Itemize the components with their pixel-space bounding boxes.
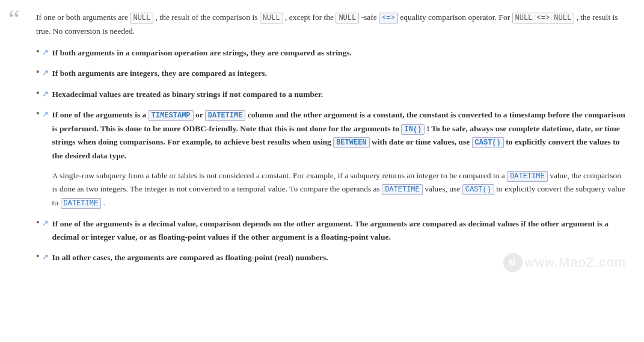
list-item-integers: • ↗ If both arguments are integers, they… xyxy=(36,67,626,80)
list-item-strings-content: If both arguments in a comparison operat… xyxy=(52,46,352,60)
bullet-arrow-4: ↗ xyxy=(42,110,49,119)
datetime-code-3: DATETIME xyxy=(382,184,423,195)
null-code-3: NULL xyxy=(336,13,359,23)
datetime-code-1: DATETIME xyxy=(205,110,246,121)
list-item-decimal-content: If one of the arguments is a decimal val… xyxy=(52,217,626,244)
quote-mark: “ xyxy=(8,6,20,31)
null-spaceship-code: NULL <=> NULL xyxy=(512,13,575,23)
page-container: “ If one or both arguments are NULL , th… xyxy=(0,0,644,283)
datetime-code-4: DATETIME xyxy=(61,198,102,209)
bullet-dot: • xyxy=(36,46,40,57)
list-item-other-content: In all other cases, the arguments are co… xyxy=(52,251,328,264)
in-code: IN() xyxy=(401,124,425,135)
list-item-timestamp: • ↗ If one of the arguments is a TIMESTA… xyxy=(36,108,626,210)
list-item-timestamp-content: If one of the arguments is a TIMESTAMP o… xyxy=(52,108,626,210)
list-item-hexadecimal: • ↗ Hexadecimal values are treated as bi… xyxy=(36,88,626,101)
intro-paragraph: If one or both arguments are NULL , the … xyxy=(36,11,626,38)
bullet-dot-5: • xyxy=(36,217,40,228)
null-code-2: NULL xyxy=(260,13,283,23)
cast-code-1: CAST() xyxy=(472,137,504,148)
main-list: • ↗ If both arguments in a comparison op… xyxy=(36,46,626,265)
null-code-1: NULL xyxy=(130,13,153,23)
list-item-other: • ↗ In all other cases, the arguments ar… xyxy=(36,251,626,264)
bullet-arrow-6: ↗ xyxy=(42,252,49,262)
list-item-decimal: • ↗ If one of the arguments is a decimal… xyxy=(36,217,626,244)
sub-paragraph-1: A single-row subquery from a table or ta… xyxy=(52,169,626,210)
bullet-dot-4: • xyxy=(36,108,40,119)
bullet-dot-6: • xyxy=(36,251,40,262)
bullet-dot-2: • xyxy=(36,67,40,78)
bullet-arrow-5: ↗ xyxy=(42,219,49,228)
list-item-integers-content: If both arguments are integers, they are… xyxy=(52,67,267,80)
spaceship-code: <=> xyxy=(379,13,398,23)
bullet-arrow: ↗ xyxy=(42,48,49,57)
timestamp-code: TIMESTAMP xyxy=(149,110,194,121)
cast-code-2: CAST() xyxy=(462,184,494,195)
bullet-arrow-3: ↗ xyxy=(42,89,49,99)
list-item-hexadecimal-content: Hexadecimal values are treated as binary… xyxy=(52,88,324,101)
bullet-arrow-2: ↗ xyxy=(42,68,49,78)
list-item-strings: • ↗ If both arguments in a comparison op… xyxy=(36,46,626,60)
between-code: BETWEEN xyxy=(333,137,369,148)
bullet-dot-3: • xyxy=(36,88,40,99)
datetime-code-2: DATETIME xyxy=(507,171,548,182)
